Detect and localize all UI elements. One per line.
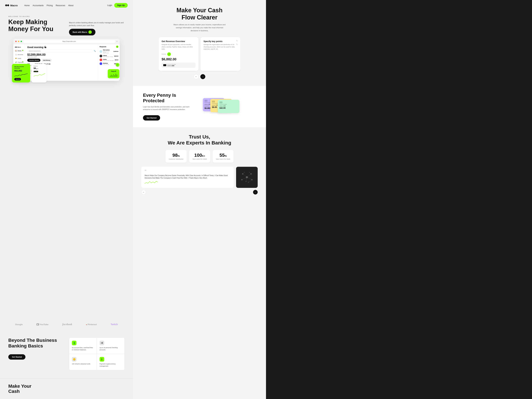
brand-facebook: facebook [62, 323, 72, 326]
avatar-ritz [100, 50, 102, 53]
svg-line-15 [249, 172, 251, 174]
trust-section: Trust Us, We Are Experts In Banking 98% … [133, 127, 266, 201]
logo-text: Macro [10, 4, 18, 7]
request-item-ritz: Ritz-Carlton Sam Thomas • Design Sep 21 … [100, 49, 118, 54]
beyond-item-text-1: No account fees, overhead fees or minimu… [72, 347, 94, 351]
cashflow-description: Macro allows you to easily master your i… [173, 23, 226, 32]
signup-button[interactable]: Sign Up [114, 3, 128, 8]
card2-title: Specify key points [203, 40, 237, 43]
refresh-icon-1[interactable]: ↻ [236, 39, 238, 42]
crypto-icon: ₿ [100, 357, 104, 361]
beyond-item-2: ≡$ Up to 20 personal checking accounts [97, 338, 125, 354]
login-button[interactable]: Login [107, 4, 112, 6]
testimonial-card: " Macro Helps Our Company Become Easier … [141, 167, 234, 188]
testimonial-text: Macro Helps Our Company Become Easier Fi… [145, 174, 230, 179]
hero-section: WELCOME TO MACRO Keep Making Money For Y… [0, 11, 133, 318]
welcome-label: WELCOME TO MACRO [8, 16, 125, 17]
card-yellow-icon [212, 101, 215, 103]
card-small-icon [163, 64, 166, 66]
card-green-amount: $42.00 [219, 107, 238, 109]
stat-change: ▲ 30% [34, 71, 38, 72]
cashflow-section: Make Your Cash Flow Clearer Macro allows… [133, 0, 266, 86]
beyond-get-started-button[interactable]: Get Started [8, 354, 25, 360]
nav-pricing[interactable]: Pricing [47, 4, 53, 7]
card2-desc: Manage the organization and distribution… [203, 44, 237, 50]
transfer-money-button[interactable]: Transfer Money [27, 59, 40, 62]
refresh-icon-2[interactable]: ↻ [236, 43, 238, 46]
notification-dot: 1 [22, 50, 23, 51]
income-card: Get the income overview 882,892 View All [12, 64, 30, 82]
make-cash-teaser: Make Your Cash [0, 379, 133, 399]
sidebar-item-home[interactable]: 🏠 Home 1 [14, 49, 24, 52]
stat-balance-amount: $6,... [34, 67, 44, 70]
trust-stat-new-users: 100K+ New Users Per Week [189, 150, 210, 163]
app-greeting: Good morning 🌤 [27, 46, 96, 49]
avatar-github [100, 55, 102, 57]
trust-bottom: " Macro Helps Our Company Become Easier … [141, 167, 258, 188]
stat-balance-label: Balance [34, 65, 44, 67]
search-input[interactable] [27, 50, 92, 52]
stacked-cards: Account Number •••••••• 1989 Iconme $6,8… [203, 98, 239, 115]
protected-visual: Account Number •••••••• 1989 Iconme $6,8… [203, 96, 256, 116]
logo-icon [5, 5, 9, 6]
add-money-button[interactable]: Add Money [41, 59, 52, 62]
sidebar-item-cards[interactable]: 💳 Cards [14, 57, 24, 60]
browser-dot-yellow [18, 41, 19, 42]
card1-title: Get Revenue Overview [162, 40, 196, 43]
nav-right: Login Sign Up [107, 3, 128, 8]
account-display: Account Number •••••••• 1989 [162, 63, 196, 68]
trust-nav: ← → [141, 190, 258, 195]
brand-google: Google [15, 323, 23, 326]
account-number-label: Account Number [167, 64, 176, 65]
check-circle-icon: ✓ [116, 63, 119, 67]
stat-satisfaction-label: Customer Satisfaction [169, 158, 183, 160]
hero-content: Keep Making Money For You Macro's online… [8, 19, 125, 35]
testimonial-chart [145, 181, 158, 184]
avatar-adobe [100, 58, 102, 61]
balance-label: TOTAL BALANCE [27, 57, 45, 58]
trust-stat-satisfaction: 98% Customer Satisfaction [165, 150, 187, 163]
url-bar: https://macrode.com [23, 40, 115, 43]
feature-card-keypoints: Specify key points Manage the organizati… [201, 37, 241, 71]
cashflow-title: Make Your Cash Flow Clearer [143, 7, 256, 21]
trust-nav-next[interactable]: → [253, 190, 258, 195]
card-green-num: •••••••• 1989 [219, 105, 238, 107]
small-stat-card: Balance $6,... ▲ 30% [32, 64, 47, 82]
carousel-prev[interactable]: ← [194, 74, 199, 79]
make-cash-title: Make Your Cash [8, 384, 125, 394]
payroll-badge: Payroll [108, 69, 119, 78]
bank-with-macro-button[interactable]: Bank with Macro → [69, 29, 95, 35]
card-green-num-label: Account Number [219, 104, 238, 105]
card-purple-icon [204, 100, 208, 102]
nav-resources[interactable]: Resources [56, 4, 65, 7]
protected-get-started-button[interactable]: Get Started [143, 115, 160, 120]
trust-stats: 98% Customer Satisfaction 100K+ New User… [141, 150, 258, 163]
checking-accounts-icon: ≡$ [100, 341, 104, 345]
svg-line-12 [247, 177, 252, 180]
youtube-icon: ▶ [36, 323, 39, 325]
action-buttons: Transfer Money Add Money [27, 59, 96, 62]
sidebar-item-accounts[interactable]: 📋 Accounts [14, 53, 24, 56]
beyond-section: Beyond The Business Banking Basics Get S… [0, 329, 133, 379]
trust-nav-prev[interactable]: ← [141, 190, 146, 195]
beyond-item-text-2: Up to 20 personal checking accounts [100, 347, 122, 351]
beyond-item-text-3: 100 virtual or physical cards [72, 363, 94, 365]
card1-amount: $6,882.00 [162, 57, 196, 61]
income-chart [14, 73, 28, 77]
stat-satisfaction-number: 98% [169, 153, 183, 158]
trust-stat-weekly: 55% New Users Per Week [213, 150, 234, 163]
virtual-cards-icon: 🪙 [72, 357, 76, 361]
nav-home[interactable]: Home [24, 4, 30, 7]
view-all-button[interactable]: View All [14, 78, 21, 81]
nav-accountants[interactable]: Accountants [32, 4, 44, 7]
carousel-next[interactable]: → [200, 74, 205, 79]
balance-row: $1289,884.00 TOTAL BALANCE [27, 53, 96, 58]
brand-logos: Google ▶ YouTube facebook ● Pinterest Tw… [0, 320, 133, 329]
sidebar-item-payments[interactable]: 💸 Payments 8 [14, 61, 24, 64]
search-icon: 🔍 [94, 50, 96, 52]
trust-image [236, 167, 258, 188]
carousel-nav: ← → [143, 74, 256, 79]
nav-about[interactable]: About [68, 4, 73, 7]
bank-cta-label: Bank with Macro [73, 31, 87, 33]
mini-line-chart [34, 73, 45, 77]
